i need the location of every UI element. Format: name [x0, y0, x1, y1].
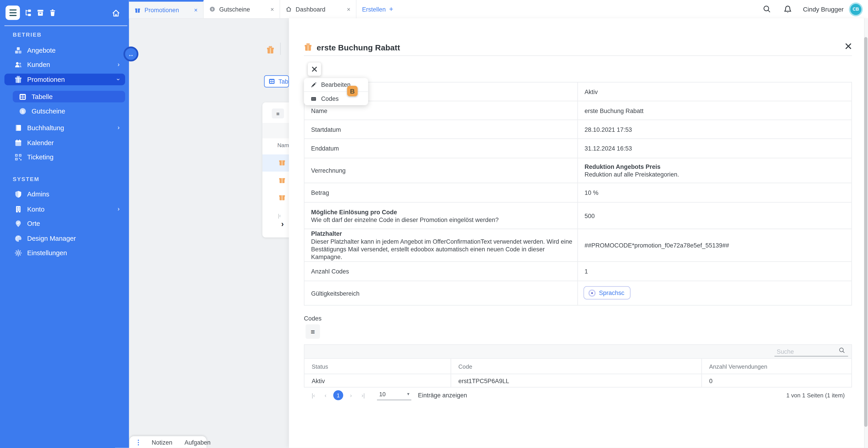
codes-data-row[interactable]: Aktiv erst1TPC5P6A9LL 0	[305, 374, 851, 387]
sprachschule-scope-chip[interactable]: Sprachsc	[583, 286, 630, 299]
sidebar-header-divider	[4, 26, 127, 26]
sidebar-collapse-button[interactable]	[5, 5, 20, 20]
qr-code-icon	[14, 153, 22, 161]
gift-icon	[134, 7, 141, 13]
codes-table: Status Code Anzahl Verwendungen Aktiv er…	[304, 344, 852, 387]
sidebar-item-admins[interactable]: Admins	[4, 188, 125, 200]
prev-page-button[interactable]: ‹	[319, 392, 332, 398]
first-page-button[interactable]: |‹	[307, 392, 319, 398]
new-tab-label: Erstellen	[362, 6, 386, 12]
tab-gutscheine[interactable]: $ Gutscheine ×	[204, 0, 280, 18]
tab-close-icon[interactable]: ×	[194, 6, 198, 13]
search-underline	[774, 356, 848, 356]
cubes-icon	[14, 46, 22, 54]
sidebar-item-konto[interactable]: Konto ›	[4, 203, 125, 215]
tab-close-icon[interactable]: ×	[270, 6, 274, 12]
codes-toolbar	[305, 345, 851, 358]
notes-tab[interactable]: Notizen	[146, 439, 178, 445]
search-icon[interactable]	[839, 347, 845, 354]
sidebar-item-gutscheine[interactable]: $ Gutscheine	[13, 105, 125, 117]
sidebar-item-orte[interactable]: Orte	[4, 218, 125, 229]
home-icon[interactable]	[112, 9, 120, 17]
expand-panel-chevron-button[interactable]: ›	[281, 219, 284, 228]
table-row-verrechnung: Verrechnung Reduktion Angebots Preis Red…	[305, 158, 851, 183]
keyboard-hint-badge: B	[347, 86, 358, 97]
search-icon[interactable]	[757, 5, 778, 13]
caret-down-icon: ▼	[406, 392, 410, 396]
background-list-menu-button[interactable]: ≡	[272, 108, 284, 119]
sidebar-item-ticketing[interactable]: Ticketing	[4, 151, 125, 163]
table-row-platzhalter: Platzhalter Dieser Platzhalter kann in j…	[305, 229, 851, 262]
background-page-gift-icon	[266, 46, 275, 54]
menu-item-codes[interactable]: Codes	[304, 91, 368, 105]
column-header[interactable]: Anzahl Verwendungen	[702, 359, 851, 374]
page-size-select[interactable]: 10 ▼	[377, 391, 411, 400]
next-page-button[interactable]: ›	[345, 392, 357, 398]
chevron-right-icon: ›	[118, 206, 120, 212]
page-size-label: Einträge anzeigen	[418, 392, 467, 398]
trash-icon[interactable]	[49, 9, 57, 17]
sidebar-item-design-manager[interactable]: Design Manager	[4, 232, 125, 244]
promotion-gift-icon	[304, 43, 312, 52]
panel-close-icon[interactable]	[845, 43, 852, 50]
code-usage-cell: 0	[702, 374, 851, 387]
tasks-tab[interactable]: Aufgaben	[178, 439, 217, 445]
current-page-button[interactable]: 1	[333, 390, 343, 400]
sidebar-item-einstellungen[interactable]: Einstellungen	[4, 247, 125, 258]
sidebar-section-betrieb: BETRIEB	[13, 32, 41, 38]
close-menu-button[interactable]	[308, 63, 321, 76]
gift-icon	[278, 194, 286, 201]
table-row-enddatum: Enddatum 31.12.2024 16:53	[305, 139, 851, 158]
scrollbar-thumb[interactable]	[864, 37, 868, 427]
sidebar-item-label: Angebote	[27, 46, 56, 54]
tab-dashboard[interactable]: Dashboard ×	[280, 0, 356, 18]
tab-erstellen-new[interactable]: Erstellen +	[356, 0, 399, 18]
table-row-status: Aktiv	[305, 83, 851, 101]
code-value-cell: erst1TPC5P6A9LL	[451, 374, 702, 387]
map-pin-icon	[14, 220, 22, 227]
sidebar-item-label: Design Manager	[27, 234, 76, 242]
row-label: Gültigkeitsbereich	[305, 281, 578, 305]
row-value: 500	[578, 202, 851, 228]
shield-icon	[14, 190, 22, 198]
sidebar-item-buchhaltung[interactable]: Buchhaltung ›	[4, 122, 125, 133]
sidebar-resize-handle[interactable]: ↔	[123, 46, 138, 62]
hierarchy-tree-icon[interactable]	[24, 9, 32, 17]
background-tabelle-view-button[interactable]: Tabelle	[264, 75, 289, 88]
menu-item-label: Codes	[321, 95, 339, 102]
table-row-startdatum: Startdatum 28.10.2021 17:53	[305, 120, 851, 139]
background-list-header: Name	[277, 142, 289, 148]
tab-close-icon[interactable]: ×	[347, 6, 350, 12]
last-page-button[interactable]: ›|	[357, 392, 369, 398]
gift-icon	[14, 75, 22, 83]
table-row-einloesung: Mögliche Einlösung pro Code Wie oft darf…	[305, 202, 851, 229]
codes-section-heading: Codes	[304, 315, 321, 321]
codes-header-row: Status Code Anzahl Verwendungen	[305, 358, 851, 374]
column-header[interactable]: Code	[451, 359, 702, 374]
row-value: 28.10.2021 17:53	[578, 120, 851, 138]
notifications-bell-icon[interactable]	[778, 5, 799, 13]
sidebar-item-label: Kalender	[27, 138, 54, 146]
sidebar-item-kunden[interactable]: Kunden ›	[4, 59, 125, 70]
svg-text:$: $	[211, 7, 213, 11]
column-header[interactable]: Status	[305, 359, 451, 374]
codes-menu-button[interactable]: ≡	[306, 324, 320, 339]
archive-box-icon[interactable]	[37, 9, 44, 17]
notes-menu-icon[interactable]: ⋮	[129, 438, 146, 446]
tab-label: Gutscheine	[219, 6, 250, 12]
tab-promotionen[interactable]: Promotionen ×	[129, 0, 204, 18]
sidebar-item-promotionen[interactable]: Promotionen ›	[4, 74, 125, 85]
gift-icon	[278, 177, 286, 184]
coupon-icon	[310, 95, 316, 101]
sidebar-item-angebote[interactable]: Angebote	[4, 44, 125, 56]
sidebar-item-tabelle[interactable]: Tabelle	[13, 91, 125, 102]
avatar[interactable]: CB	[850, 4, 862, 15]
building-icon	[14, 205, 22, 213]
palette-icon	[14, 234, 22, 242]
chevron-down-icon: ›	[116, 78, 122, 81]
sidebar-item-kalender[interactable]: Kalender	[4, 137, 125, 148]
tab-bar: Promotionen × $ Gutscheine × Dashboard ×…	[129, 0, 868, 19]
users-icon	[14, 61, 22, 68]
svg-text:$: $	[22, 109, 24, 113]
menu-item-bearbeiten[interactable]: Bearbeiten	[304, 78, 368, 91]
